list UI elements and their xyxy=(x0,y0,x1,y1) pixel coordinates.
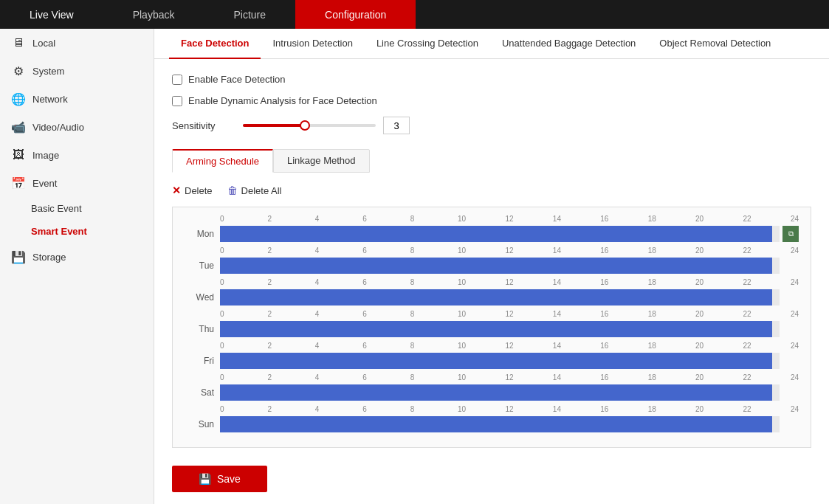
monitor-icon: 🖥 xyxy=(12,36,25,49)
sidebar-item-image[interactable]: 🖼 Image xyxy=(0,141,154,169)
day-label-sun: Sun xyxy=(185,419,220,429)
schedule-fill-sun xyxy=(220,416,772,432)
tab-object-removal-detection[interactable]: Object Removal Detection xyxy=(647,29,782,59)
time-6: 6 xyxy=(362,215,410,223)
sensitivity-label: Sensitivity xyxy=(172,120,231,131)
sensitivity-value: 3 xyxy=(383,117,410,134)
sidebar-label-network: Network xyxy=(32,94,68,105)
tab-line-crossing-detection[interactable]: Line Crossing Detection xyxy=(365,29,490,59)
main-content: Face Detection Intrusion Detection Line … xyxy=(154,29,829,504)
schedule-bar-sun[interactable] xyxy=(220,416,780,432)
schedule-row-fri: Fri xyxy=(185,353,799,369)
enable-face-detection-label: Enable Face Detection xyxy=(188,74,286,85)
sidebar-label-event: Event xyxy=(32,178,57,189)
schedule-bar-fri[interactable] xyxy=(220,353,780,369)
schedule-bar-tue[interactable] xyxy=(220,258,780,274)
time-header: 0 2 4 6 8 10 12 14 16 18 20 22 24 xyxy=(220,215,799,223)
schedule-row-sun: Sun xyxy=(185,416,799,432)
tab-intrusion-detection[interactable]: Intrusion Detection xyxy=(261,29,364,59)
time-header-wed: 0 2 4 6 8 10 12 14 16 18 20 22 24 xyxy=(220,278,799,286)
spacer-fri xyxy=(782,353,799,369)
sidebar-label-system: System xyxy=(32,66,64,77)
schedule-row-thu: Thu xyxy=(185,321,799,337)
time-header-fri: 0 2 4 6 8 10 12 14 16 18 20 22 24 xyxy=(220,342,799,350)
enable-dynamic-analysis-row: Enable Dynamic Analysis for Face Detecti… xyxy=(172,95,811,106)
trash-icon: 🗑 xyxy=(227,184,238,196)
time-14: 14 xyxy=(553,215,600,223)
nav-live-view[interactable]: Live View xyxy=(0,0,103,29)
config-content: Enable Face Detection Enable Dynamic Ana… xyxy=(154,59,829,504)
tab-arming-schedule[interactable]: Arming Schedule xyxy=(172,149,273,173)
time-4: 4 xyxy=(315,215,362,223)
schedule-grid: 0 2 4 6 8 10 12 14 16 18 20 22 24 Mon xyxy=(172,207,811,448)
time-header-tue: 0 2 4 6 8 10 12 14 16 18 20 22 24 xyxy=(220,246,799,255)
day-label-sat: Sat xyxy=(185,387,220,398)
schedule-row-tue: Tue xyxy=(185,258,799,274)
network-icon: 🌐 xyxy=(12,92,25,106)
time-24: 24 xyxy=(791,215,799,223)
spacer-sat xyxy=(782,384,799,401)
top-navigation: Live View Playback Picture Configuration xyxy=(0,0,829,29)
schedule-fill-fri xyxy=(220,353,772,369)
sidebar-item-system[interactable]: ⚙ System xyxy=(0,57,154,85)
main-layout: 🖥 Local ⚙ System 🌐 Network 📹 Video/Audio… xyxy=(0,29,829,504)
image-icon: 🖼 xyxy=(12,148,25,162)
time-10: 10 xyxy=(458,215,505,223)
time-12: 12 xyxy=(505,215,552,223)
tab-face-detection[interactable]: Face Detection xyxy=(169,29,261,59)
schedule-bar-sat[interactable] xyxy=(220,384,780,401)
spacer-wed xyxy=(782,289,799,305)
video-icon: 📹 xyxy=(12,120,25,134)
schedule-fill-tue xyxy=(220,258,772,274)
time-22: 22 xyxy=(743,215,790,223)
tab-unattended-baggage-detection[interactable]: Unattended Baggage Detection xyxy=(490,29,647,59)
spacer-tue xyxy=(782,258,799,274)
sidebar-label-storage: Storage xyxy=(32,252,66,263)
calendar-icon: 📅 xyxy=(12,176,25,190)
sidebar-item-event[interactable]: 📅 Event xyxy=(0,169,154,197)
enable-dynamic-analysis-checkbox[interactable] xyxy=(172,96,182,106)
sensitivity-slider-thumb[interactable] xyxy=(300,120,310,131)
sensitivity-slider-track[interactable] xyxy=(243,124,376,127)
time-8: 8 xyxy=(410,215,458,223)
enable-face-detection-checkbox[interactable] xyxy=(172,75,182,85)
schedule-bar-thu[interactable] xyxy=(220,321,780,337)
schedule-row-wed: Wed xyxy=(185,289,799,305)
enable-dynamic-analysis-label: Enable Dynamic Analysis for Face Detecti… xyxy=(188,95,377,106)
day-label-fri: Fri xyxy=(185,356,220,366)
sidebar-label-image: Image xyxy=(32,150,59,161)
nav-playback[interactable]: Playback xyxy=(103,0,204,29)
tab-linkage-method[interactable]: Linkage Method xyxy=(273,149,370,173)
delete-all-label: Delete All xyxy=(241,185,282,196)
nav-configuration[interactable]: Configuration xyxy=(295,0,416,29)
gear-icon: ⚙ xyxy=(12,64,25,77)
time-0: 0 xyxy=(220,215,267,223)
sidebar-item-network[interactable]: 🌐 Network xyxy=(0,85,154,113)
time-header-sat: 0 2 4 6 8 10 12 14 16 18 20 22 24 xyxy=(220,373,799,382)
schedule-bar-wed[interactable] xyxy=(220,289,780,305)
sidebar-item-basic-event[interactable]: Basic Event xyxy=(0,197,154,220)
sidebar-item-local[interactable]: 🖥 Local xyxy=(0,29,154,57)
sidebar-item-smart-event[interactable]: Smart Event xyxy=(0,220,154,243)
save-button[interactable]: 💾 Save xyxy=(172,466,267,492)
copy-symbol-mon: ⧉ xyxy=(788,229,794,238)
schedule-row-mon: Mon ⧉ xyxy=(185,226,799,242)
schedule-bar-mon[interactable] xyxy=(220,226,780,242)
sidebar-label-local: Local xyxy=(32,38,55,49)
method-tabs: Arming Schedule Linkage Method xyxy=(172,149,811,173)
sidebar-item-storage[interactable]: 💾 Storage xyxy=(0,243,154,271)
spacer-thu xyxy=(782,321,799,337)
delete-button[interactable]: ✕ Delete xyxy=(172,184,213,196)
save-icon: 💾 xyxy=(199,473,211,485)
delete-all-button[interactable]: 🗑 Delete All xyxy=(227,184,282,196)
sidebar: 🖥 Local ⚙ System 🌐 Network 📹 Video/Audio… xyxy=(0,29,154,504)
sidebar-item-video-audio[interactable]: 📹 Video/Audio xyxy=(0,113,154,141)
time-20: 20 xyxy=(695,215,743,223)
day-label-mon: Mon xyxy=(185,229,220,239)
copy-icon-mon[interactable]: ⧉ xyxy=(782,226,799,242)
time-header-thu: 0 2 4 6 8 10 12 14 16 18 20 22 24 xyxy=(220,310,799,318)
day-label-tue: Tue xyxy=(185,260,220,271)
nav-picture[interactable]: Picture xyxy=(204,0,295,29)
schedule-row-sat: Sat xyxy=(185,384,799,401)
detection-tabs: Face Detection Intrusion Detection Line … xyxy=(154,29,829,59)
